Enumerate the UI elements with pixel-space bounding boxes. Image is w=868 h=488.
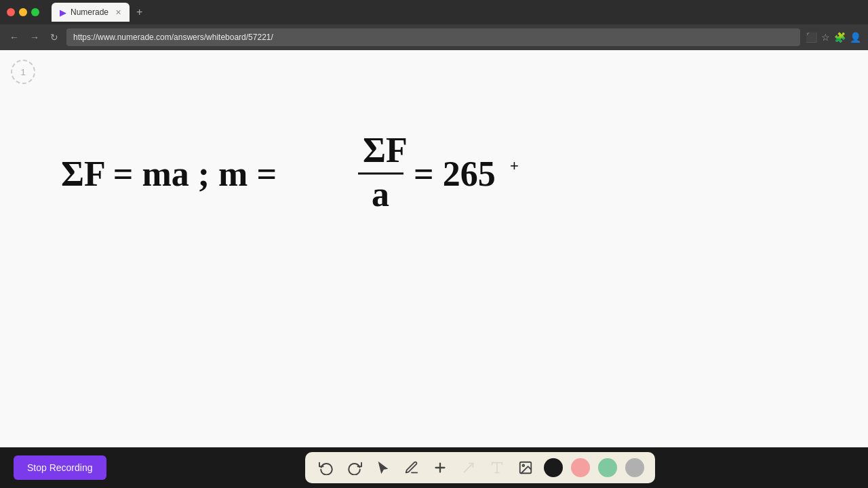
tab-title: Numerade xyxy=(71,7,108,17)
eq-numerator: ΣF xyxy=(363,131,408,169)
page-number-indicator: 1 xyxy=(11,60,35,84)
nav-bar: ← → ↻ https://www.numerade.com/answers/w… xyxy=(0,24,868,50)
back-button[interactable]: ← xyxy=(7,30,22,44)
eq-superscript: + xyxy=(510,157,519,174)
eq-result: = 265 xyxy=(414,155,496,193)
line-tool-button[interactable] xyxy=(458,458,479,478)
url-text: https://www.numerade.com/answers/whitebo… xyxy=(73,33,273,42)
add-button[interactable] xyxy=(430,458,450,478)
close-button[interactable] xyxy=(7,8,15,16)
pen-tool-button[interactable] xyxy=(401,458,422,478)
tab-close-icon[interactable]: ✕ xyxy=(115,8,121,17)
redo-button[interactable] xyxy=(344,458,365,478)
stop-recording-button[interactable]: Stop Recording xyxy=(14,455,106,480)
eq-part1: ΣF = ma ; m = xyxy=(61,155,277,193)
browser-window: ▶ Numerade ✕ + ← → ↻ https://www.numerad… xyxy=(0,0,868,488)
forward-button[interactable]: → xyxy=(27,30,42,44)
color-black-button[interactable] xyxy=(544,458,563,477)
bookmark-icon[interactable]: ☆ xyxy=(821,32,830,43)
math-expression: .handwritten { font-family: 'Segoe Scrip… xyxy=(54,118,529,243)
new-tab-button[interactable]: + xyxy=(132,5,146,20)
refresh-button[interactable]: ↻ xyxy=(47,30,61,44)
color-green-button[interactable] xyxy=(598,458,617,477)
whiteboard-canvas[interactable]: 1 .handwritten { font-family: 'Segoe Scr… xyxy=(0,50,868,447)
equation-svg: .handwritten { font-family: 'Segoe Scrip… xyxy=(54,118,529,240)
nav-icons-right: ⬛ ☆ 🧩 👤 xyxy=(806,32,861,43)
undo-button[interactable] xyxy=(316,458,336,478)
text-tool-button[interactable] xyxy=(487,458,507,478)
svg-point-6 xyxy=(523,464,525,466)
active-tab[interactable]: ▶ Numerade ✕ xyxy=(52,3,130,22)
maximize-button[interactable] xyxy=(31,8,39,16)
bottom-bar: Stop Recording xyxy=(0,447,868,488)
svg-line-2 xyxy=(465,464,473,472)
traffic-lights xyxy=(7,8,39,16)
color-pink-button[interactable] xyxy=(571,458,590,477)
eq-denominator: a xyxy=(372,175,389,214)
image-tool-button[interactable] xyxy=(515,458,536,478)
screencast-icon[interactable]: ⬛ xyxy=(806,32,817,43)
color-gray-button[interactable] xyxy=(625,458,644,477)
address-bar[interactable]: https://www.numerade.com/answers/whitebo… xyxy=(66,28,800,46)
minimize-button[interactable] xyxy=(19,8,27,16)
tab-favicon: ▶ xyxy=(60,7,66,18)
extension-icon[interactable]: 🧩 xyxy=(834,32,846,43)
title-bar: ▶ Numerade ✕ + xyxy=(0,0,868,24)
account-icon[interactable]: 👤 xyxy=(850,32,861,43)
toolbar-palette xyxy=(305,452,655,483)
tab-bar: ▶ Numerade ✕ + xyxy=(52,3,861,22)
select-tool-button[interactable] xyxy=(373,458,393,478)
